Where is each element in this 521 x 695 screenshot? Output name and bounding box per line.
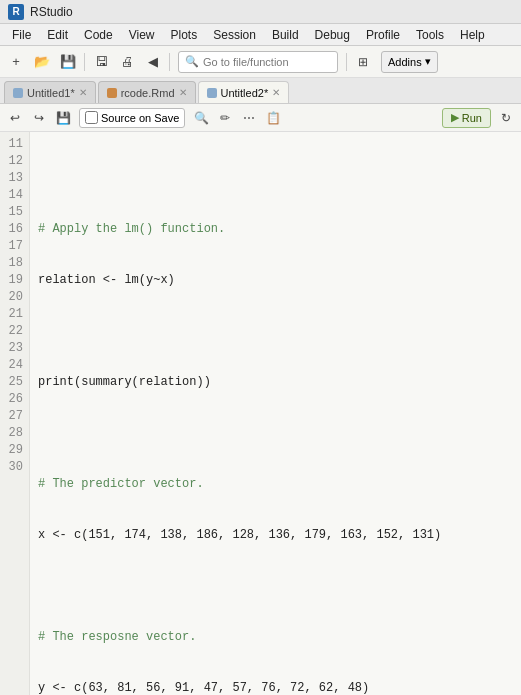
sep3: [346, 53, 347, 71]
sep1: [84, 53, 85, 71]
menu-bar: FileEditCodeViewPlotsSessionBuildDebugPr…: [0, 24, 521, 46]
tab-label-1: Untitled1*: [27, 87, 75, 99]
ln-17: 17: [4, 238, 23, 255]
new-file-btn[interactable]: +: [4, 50, 28, 74]
redo-btn[interactable]: ↪: [28, 107, 50, 129]
menu-item-code[interactable]: Code: [76, 26, 121, 44]
grid-btn[interactable]: ⊞: [351, 50, 375, 74]
code-line-19: [38, 578, 513, 595]
ln-21: 21: [4, 306, 23, 323]
tab-icon-2: [107, 88, 117, 98]
ln-15: 15: [4, 204, 23, 221]
title-bar: R RStudio: [0, 0, 521, 24]
run-btn[interactable]: ▶ Run: [442, 108, 491, 128]
spell-btn[interactable]: ✏: [214, 107, 236, 129]
source-save-label: Source on Save: [101, 112, 179, 124]
sep2: [169, 53, 170, 71]
code-line-16: [38, 425, 513, 442]
ln-24: 24: [4, 357, 23, 374]
tab-untitled2[interactable]: Untitled2* ✕: [198, 81, 290, 103]
ln-12: 12: [4, 153, 23, 170]
menu-item-view[interactable]: View: [121, 26, 163, 44]
menu-item-build[interactable]: Build: [264, 26, 307, 44]
rerun-btn[interactable]: ↻: [495, 107, 517, 129]
editor-wrapper: 11 12 13 14 15 16 17 18 19 20 21 22 23 2…: [0, 132, 521, 695]
run-arrow-icon: ▶: [451, 111, 459, 124]
ln-28: 28: [4, 425, 23, 442]
code-line-21: y <- c(63, 81, 56, 91, 47, 57, 76, 72, 6…: [38, 680, 513, 695]
save-doc-btn[interactable]: 💾: [52, 107, 74, 129]
ln-25: 25: [4, 374, 23, 391]
tab-rcode[interactable]: rcode.Rmd ✕: [98, 81, 196, 103]
goto-placeholder: Go to file/function: [203, 56, 289, 68]
menu-item-edit[interactable]: Edit: [39, 26, 76, 44]
ln-29: 29: [4, 442, 23, 459]
tab-label-3: Untitled2*: [221, 87, 269, 99]
ln-26: 26: [4, 391, 23, 408]
compile-btn[interactable]: 📋: [262, 107, 284, 129]
prev-btn[interactable]: ◀: [141, 50, 165, 74]
editor-toolbar: ↩ ↪ 💾 Source on Save 🔍 ✏ ⋯ 📋 ▶ Run ↻: [0, 104, 521, 132]
code-line-13: relation <- lm(y~x): [38, 272, 513, 289]
ln-14: 14: [4, 187, 23, 204]
tab-close-3[interactable]: ✕: [272, 87, 280, 98]
menu-item-file[interactable]: File: [4, 26, 39, 44]
tab-icon-3: [207, 88, 217, 98]
menu-item-session[interactable]: Session: [205, 26, 264, 44]
editor-area[interactable]: 11 12 13 14 15 16 17 18 19 20 21 22 23 2…: [0, 132, 521, 695]
open-btn[interactable]: 📂: [30, 50, 54, 74]
save-btn[interactable]: 💾: [56, 50, 80, 74]
print-btn[interactable]: 🖨: [115, 50, 139, 74]
code-line-12: # Apply the lm() function.: [38, 221, 513, 238]
goto-icon: 🔍: [185, 55, 199, 68]
undo-btn[interactable]: ↩: [4, 107, 26, 129]
source-on-save[interactable]: Source on Save: [79, 108, 185, 128]
tab-icon-1: [13, 88, 23, 98]
search-btn[interactable]: 🔍: [190, 107, 212, 129]
menu-item-profile[interactable]: Profile: [358, 26, 408, 44]
tab-close-2[interactable]: ✕: [179, 87, 187, 98]
app-icon: R: [8, 4, 24, 20]
goto-field[interactable]: 🔍 Go to file/function: [178, 51, 338, 73]
more-btn[interactable]: ⋯: [238, 107, 260, 129]
ln-13: 13: [4, 170, 23, 187]
ln-18: 18: [4, 255, 23, 272]
code-line-14: [38, 323, 513, 340]
code-line-17: # The predictor vector.: [38, 476, 513, 493]
code-line-15: print(summary(relation)): [38, 374, 513, 391]
tab-close-1[interactable]: ✕: [79, 87, 87, 98]
ln-23: 23: [4, 340, 23, 357]
menu-item-tools[interactable]: Tools: [408, 26, 452, 44]
line-numbers: 11 12 13 14 15 16 17 18 19 20 21 22 23 2…: [0, 132, 30, 695]
toolbar: + 📂 💾 🖫 🖨 ◀ 🔍 Go to file/function ⊞ Addi…: [0, 46, 521, 78]
ln-27: 27: [4, 408, 23, 425]
tab-label-2: rcode.Rmd: [121, 87, 175, 99]
code-line-18: x <- c(151, 174, 138, 186, 128, 136, 179…: [38, 527, 513, 544]
ln-16: 16: [4, 221, 23, 238]
ln-30: 30: [4, 459, 23, 476]
menu-item-plots[interactable]: Plots: [163, 26, 206, 44]
addins-label: Addins: [388, 56, 422, 68]
source-save-checkbox[interactable]: [85, 111, 98, 124]
ln-19: 19: [4, 272, 23, 289]
ln-20: 20: [4, 289, 23, 306]
addins-btn[interactable]: Addins ▾: [381, 51, 438, 73]
menu-item-help[interactable]: Help: [452, 26, 493, 44]
code-line-20: # The resposne vector.: [38, 629, 513, 646]
save-all-btn[interactable]: 🖫: [89, 50, 113, 74]
addins-arrow: ▾: [425, 55, 431, 68]
ln-11: 11: [4, 136, 23, 153]
app-title: RStudio: [30, 5, 73, 19]
tab-untitled1[interactable]: Untitled1* ✕: [4, 81, 96, 103]
run-label: Run: [462, 112, 482, 124]
menu-item-debug[interactable]: Debug: [307, 26, 358, 44]
editor-tabs-bar: Untitled1* ✕ rcode.Rmd ✕ Untitled2* ✕: [0, 78, 521, 104]
code-content[interactable]: # Apply the lm() function. relation <- l…: [30, 132, 521, 695]
code-line-11: [38, 170, 513, 187]
ln-22: 22: [4, 323, 23, 340]
